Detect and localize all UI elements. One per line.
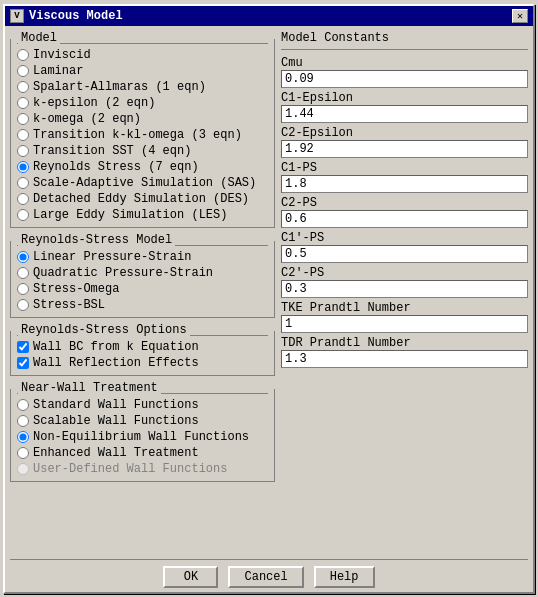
label-non-equilibrium: Non-Equilibrium Wall Functions	[33, 430, 249, 444]
viscous-model-window: V Viscous Model ✕ Model Inviscid	[3, 4, 535, 594]
radio-linear[interactable]: Linear Pressure-Strain	[17, 249, 268, 265]
label-linear: Linear Pressure-Strain	[33, 250, 191, 264]
radio-kepsilon[interactable]: k-epsilon (2 eqn)	[17, 95, 268, 111]
const-c1prime-ps: C1'-PS	[281, 231, 528, 264]
label-large-eddy: Large Eddy Simulation (LES)	[33, 208, 227, 222]
model-group: Model Inviscid Laminar Spa	[10, 39, 275, 228]
const-label-c2epsilon: C2-Epsilon	[281, 126, 528, 140]
radio-scalable-wall[interactable]: Scalable Wall Functions	[17, 413, 268, 429]
const-c1epsilon: C1-Epsilon	[281, 91, 528, 124]
main-content: Model Inviscid Laminar Spa	[5, 26, 533, 559]
label-wall-bc: Wall BC from k Equation	[33, 340, 199, 354]
const-input-c2prime-ps[interactable]	[281, 280, 528, 298]
radio-quadratic[interactable]: Quadratic Pressure-Strain	[17, 265, 268, 281]
label-quadratic: Quadratic Pressure-Strain	[33, 266, 213, 280]
const-input-tke[interactable]	[281, 315, 528, 333]
const-label-c1ps: C1-PS	[281, 161, 528, 175]
const-c2prime-ps: C2'-PS	[281, 266, 528, 299]
label-wall-reflection: Wall Reflection Effects	[33, 356, 199, 370]
const-input-c1prime-ps[interactable]	[281, 245, 528, 263]
titlebar-left: V Viscous Model	[10, 9, 123, 23]
const-label-c1prime-ps: C1'-PS	[281, 231, 528, 245]
const-input-c2ps[interactable]	[281, 210, 528, 228]
radio-non-equilibrium[interactable]: Non-Equilibrium Wall Functions	[17, 429, 268, 445]
rs-options-title: Reynolds-Stress Options	[21, 323, 187, 337]
const-label-c2prime-ps: C2'-PS	[281, 266, 528, 280]
label-komega: k-omega (2 eqn)	[33, 112, 141, 126]
cancel-button[interactable]: Cancel	[228, 566, 303, 588]
const-tdr: TDR Prandtl Number	[281, 336, 528, 369]
ok-button[interactable]: OK	[163, 566, 218, 588]
label-spalart: Spalart-Allmaras (1 eqn)	[33, 80, 206, 94]
left-panel: Model Inviscid Laminar Spa	[10, 31, 275, 554]
const-input-c1epsilon[interactable]	[281, 105, 528, 123]
near-wall-title: Near-Wall Treatment	[21, 381, 158, 395]
radio-user-defined: User-Defined Wall Functions	[17, 461, 268, 477]
close-button[interactable]: ✕	[512, 9, 528, 23]
radio-inviscid[interactable]: Inviscid	[17, 47, 268, 63]
const-c2epsilon: C2-Epsilon	[281, 126, 528, 159]
label-stress-omega: Stress-Omega	[33, 282, 119, 296]
label-scalable-wall: Scalable Wall Functions	[33, 414, 199, 428]
const-c1ps: C1-PS	[281, 161, 528, 194]
const-label-tke: TKE Prandtl Number	[281, 301, 528, 315]
radio-transition-sst[interactable]: Transition SST (4 eqn)	[17, 143, 268, 159]
label-laminar: Laminar	[33, 64, 83, 78]
model-group-title: Model	[21, 31, 57, 45]
titlebar-icon: V	[10, 9, 24, 23]
label-user-defined: User-Defined Wall Functions	[33, 462, 227, 476]
label-detached-eddy: Detached Eddy Simulation (DES)	[33, 192, 249, 206]
model-constants-content: Cmu C1-Epsilon C2-Epsilon C1-PS C2-PS	[281, 49, 528, 369]
bottom-bar: OK Cancel Help	[10, 559, 528, 592]
const-c2ps: C2-PS	[281, 196, 528, 229]
checkbox-wall-bc[interactable]: Wall BC from k Equation	[17, 339, 268, 355]
titlebar: V Viscous Model ✕	[5, 6, 533, 26]
help-button[interactable]: Help	[314, 566, 375, 588]
radio-scale-adaptive[interactable]: Scale-Adaptive Simulation (SAS)	[17, 175, 268, 191]
label-transition-sst: Transition SST (4 eqn)	[33, 144, 191, 158]
right-panel: Model Constants Cmu C1-Epsilon C2-Epsilo…	[281, 31, 528, 554]
radio-enhanced-wall[interactable]: Enhanced Wall Treatment	[17, 445, 268, 461]
rs-model-group-title: Reynolds-Stress Model	[21, 233, 172, 247]
const-input-tdr[interactable]	[281, 350, 528, 368]
label-inviscid: Inviscid	[33, 48, 91, 62]
const-input-cmu[interactable]	[281, 70, 528, 88]
radio-spalart[interactable]: Spalart-Allmaras (1 eqn)	[17, 79, 268, 95]
rs-options-group: Reynolds-Stress Options Wall BC from k E…	[10, 331, 275, 376]
radio-large-eddy[interactable]: Large Eddy Simulation (LES)	[17, 207, 268, 223]
const-label-c1epsilon: C1-Epsilon	[281, 91, 528, 105]
model-constants-title: Model Constants	[281, 31, 528, 45]
checkbox-wall-reflection[interactable]: Wall Reflection Effects	[17, 355, 268, 371]
label-scale-adaptive: Scale-Adaptive Simulation (SAS)	[33, 176, 256, 190]
titlebar-title: Viscous Model	[29, 9, 123, 23]
const-label-c2ps: C2-PS	[281, 196, 528, 210]
label-enhanced-wall: Enhanced Wall Treatment	[33, 446, 199, 460]
label-kepsilon: k-epsilon (2 eqn)	[33, 96, 155, 110]
label-transition-kklomega: Transition k-kl-omega (3 eqn)	[33, 128, 242, 142]
const-cmu: Cmu	[281, 56, 528, 89]
const-input-c2epsilon[interactable]	[281, 140, 528, 158]
radio-transition-kklomega[interactable]: Transition k-kl-omega (3 eqn)	[17, 127, 268, 143]
radio-laminar[interactable]: Laminar	[17, 63, 268, 79]
const-label-cmu: Cmu	[281, 56, 528, 70]
label-stress-bsl: Stress-BSL	[33, 298, 105, 312]
radio-stress-omega[interactable]: Stress-Omega	[17, 281, 268, 297]
const-input-c1ps[interactable]	[281, 175, 528, 193]
reynolds-stress-model-group: Reynolds-Stress Model Linear Pressure-St…	[10, 241, 275, 318]
radio-komega[interactable]: k-omega (2 eqn)	[17, 111, 268, 127]
const-tke: TKE Prandtl Number	[281, 301, 528, 334]
label-reynolds-stress: Reynolds Stress (7 eqn)	[33, 160, 199, 174]
radio-reynolds-stress[interactable]: Reynolds Stress (7 eqn)	[17, 159, 268, 175]
radio-stress-bsl[interactable]: Stress-BSL	[17, 297, 268, 313]
radio-detached-eddy[interactable]: Detached Eddy Simulation (DES)	[17, 191, 268, 207]
const-label-tdr: TDR Prandtl Number	[281, 336, 528, 350]
radio-standard-wall[interactable]: Standard Wall Functions	[17, 397, 268, 413]
label-standard-wall: Standard Wall Functions	[33, 398, 199, 412]
near-wall-group: Near-Wall Treatment Standard Wall Functi…	[10, 389, 275, 482]
